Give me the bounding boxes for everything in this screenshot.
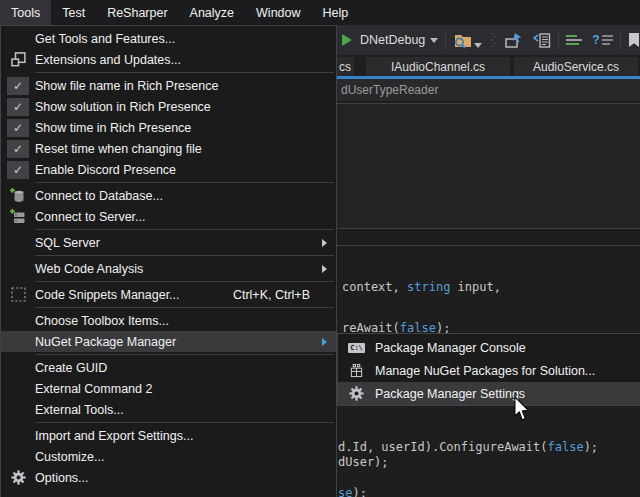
menu-item-show-solution-in-rich-presence[interactable]: ✓Show solution in Rich Presence	[1, 96, 336, 117]
tab-iaudiochannel-cs[interactable]: IAudioChannel.cs	[366, 57, 510, 76]
menu-separator	[35, 354, 334, 355]
tools-menu-panel: Get Tools and Features...Extensions and …	[0, 25, 337, 497]
menu-item-label: Customize...	[35, 450, 336, 464]
menu-item-label: Connect to Server...	[35, 210, 336, 224]
menubar-item-resharper[interactable]: ReSharper	[96, 0, 178, 25]
menu-item-label: Show time in Rich Presence	[35, 121, 336, 135]
menu-separator	[35, 307, 334, 308]
menu-item-label: Web Code Analysis	[35, 262, 336, 276]
menu-item-label: SQL Server	[35, 236, 336, 250]
menubar-item-test[interactable]: Test	[51, 0, 96, 25]
menu-item-label: External Tools...	[35, 403, 336, 417]
configuration-dropdown-chevron-icon[interactable]	[430, 38, 438, 43]
menu-item-label: Reset time when changing file	[35, 142, 336, 156]
code-line: d.Id, userId).ConfigureAwait(false);	[338, 440, 598, 454]
menubar-item-tools[interactable]: Tools	[0, 0, 51, 25]
menu-item-create-guid[interactable]: Create GUID	[1, 357, 336, 378]
menu-item-label: Extensions and Updates...	[35, 53, 336, 67]
checkmark-icon: ✓	[1, 161, 35, 179]
toolbar-separator	[558, 31, 559, 49]
document-tab-strip: csIAudioChannel.csAudioService.cs	[337, 55, 640, 76]
menu-item-enable-discord-presence[interactable]: ✓Enable Discord Presence	[1, 159, 336, 180]
console-icon: C:\	[338, 343, 375, 353]
menu-item-import-and-export-settings[interactable]: Import and Export Settings...	[1, 425, 336, 446]
menu-item-label: Options...	[35, 471, 336, 485]
submenu-item-package-manager-settings[interactable]: Package Manager Settings	[338, 382, 640, 405]
start-debugging-icon[interactable]	[341, 33, 353, 47]
menu-item-connect-to-database[interactable]: Connect to Database...	[1, 185, 336, 206]
menu-item-choose-toolbox-items[interactable]: Choose Toolbox Items...	[1, 310, 336, 331]
menu-item-show-time-in-rich-presence[interactable]: ✓Show time in Rich Presence	[1, 117, 336, 138]
menu-item-external-tools[interactable]: External Tools...	[1, 399, 336, 420]
menu-item-label: Create GUID	[35, 361, 336, 375]
checkmark-icon: ✓	[1, 77, 35, 95]
code-line: context, string input,	[342, 280, 501, 294]
menu-item-options[interactable]: Options...	[1, 467, 336, 488]
menu-item-reset-time-when-changing-file[interactable]: ✓Reset time when changing file	[1, 138, 336, 159]
nuget-icon	[338, 363, 375, 378]
database-icon	[1, 188, 35, 204]
attach-to-process-icon[interactable]	[453, 32, 473, 49]
mouse-cursor	[513, 396, 530, 422]
menu-separator	[35, 281, 334, 282]
submenu-item-package-manager-console[interactable]: C:\Package Manager Console	[338, 336, 640, 359]
menu-item-label: Code Snippets Manager...	[35, 288, 233, 302]
menu-item-label: Import and Export Settings...	[35, 429, 336, 443]
server-icon	[1, 209, 35, 225]
menu-item-extensions-and-updates[interactable]: Extensions and Updates...	[1, 49, 336, 70]
menu-item-external-command-2[interactable]: External Command 2	[1, 378, 336, 399]
submenu-item-manage-nuget-packages-for-solution[interactable]: Manage NuGet Packages for Solution...	[338, 359, 640, 382]
submenu-item-label: Package Manager Console	[375, 341, 526, 355]
menubar-item-window[interactable]: Window	[245, 0, 311, 25]
snippets-icon	[1, 287, 35, 302]
bookmark-icon[interactable]	[628, 33, 640, 48]
menubar-item-help[interactable]: Help	[312, 0, 360, 25]
menu-item-sql-server[interactable]: SQL Server	[1, 232, 336, 253]
attach-dropdown-chevron-icon[interactable]	[474, 43, 482, 48]
format-document-icon[interactable]	[566, 34, 582, 47]
format-help-icon[interactable]: ?	[592, 33, 612, 47]
tab-cs[interactable]: cs	[337, 57, 354, 76]
menu-separator	[35, 422, 334, 423]
navigate-to-window-icon[interactable]	[505, 33, 524, 48]
breadcrumb-text: dUserTypeReader	[341, 83, 438, 97]
menu-item-label: Connect to Database...	[35, 189, 336, 203]
menu-item-customize[interactable]: Customize...	[1, 446, 336, 467]
menu-item-label: Show solution in Rich Presence	[35, 100, 336, 114]
extensions-icon	[1, 52, 35, 67]
gear-icon	[1, 470, 35, 485]
submenu-item-label: Manage NuGet Packages for Solution...	[375, 364, 595, 378]
menu-separator	[35, 255, 334, 256]
menu-item-label: Get Tools and Features...	[35, 32, 336, 46]
menu-item-show-file-name-in-rich-presence[interactable]: ✓Show file name in Rich Presence	[1, 75, 336, 96]
menu-item-label: NuGet Package Manager	[35, 335, 336, 349]
solution-configuration-label[interactable]: DNetDebug	[360, 33, 425, 47]
menu-item-label: Enable Discord Presence	[35, 163, 336, 177]
toolbar-separator	[445, 31, 446, 49]
code-line: dUser);	[338, 455, 389, 469]
submenu-arrow-icon	[322, 265, 327, 273]
tab-audioservice-cs[interactable]: AudioService.cs	[514, 57, 638, 76]
submenu-arrow-icon	[322, 239, 327, 247]
checkmark-icon: ✓	[1, 98, 35, 116]
editor-breadcrumb[interactable]: dUserTypeReader	[337, 79, 640, 101]
menu-item-nuget-package-manager[interactable]: NuGet Package Manager	[1, 331, 336, 352]
menu-item-get-tools-and-features[interactable]: Get Tools and Features...	[1, 28, 336, 49]
menu-item-code-snippets-manager[interactable]: Code Snippets Manager...Ctrl+K, Ctrl+B	[1, 284, 336, 305]
menu-item-connect-to-server[interactable]: Connect to Server...	[1, 206, 336, 227]
vs-window: ToolsTestReSharperAnalyzeWindowHelp DNet…	[0, 0, 640, 497]
submenu-arrow-icon	[322, 338, 327, 346]
checkmark-icon: ✓	[1, 119, 35, 137]
toolbar-grip-icon	[491, 32, 497, 48]
submenu-item-label: Package Manager Settings	[375, 387, 525, 401]
menu-item-web-code-analysis[interactable]: Web Code Analysis	[1, 258, 336, 279]
code-line: se);	[338, 486, 367, 497]
menu-bar: ToolsTestReSharperAnalyzeWindowHelp	[0, 0, 640, 25]
copy-document-icon[interactable]	[532, 33, 551, 48]
menubar-item-analyze[interactable]: Analyze	[179, 0, 245, 25]
toolbar: DNetDebug ?	[337, 25, 640, 55]
editor-collapsed-region	[337, 103, 640, 229]
gear-icon	[338, 386, 375, 401]
menu-separator	[35, 229, 334, 230]
menu-item-label: Show file name in Rich Presence	[35, 79, 336, 93]
